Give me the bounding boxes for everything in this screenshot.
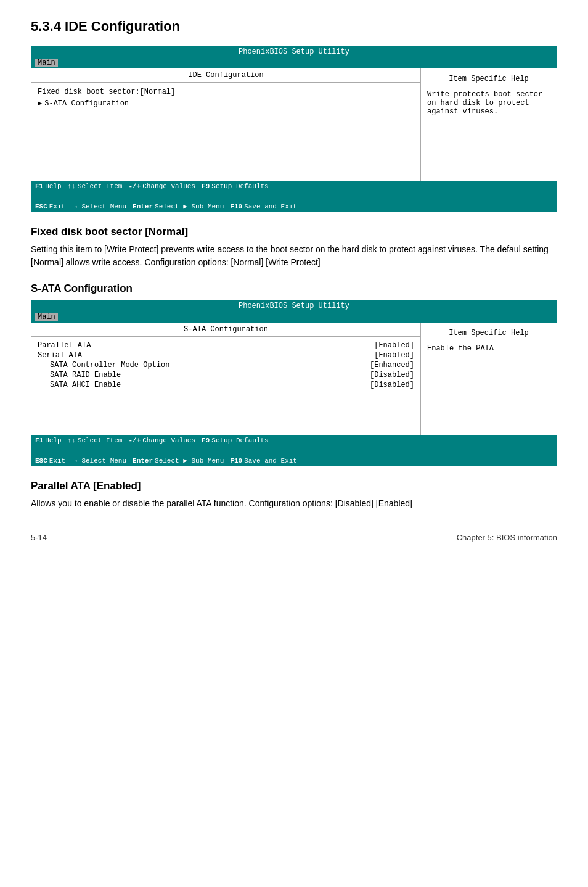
- bios2-item-parallel-ata-value: [Enabled]: [374, 341, 414, 350]
- bios2-item-sata-raid-label: SATA RAID Enable: [38, 371, 121, 379]
- bios2-item-sata-mode-value: [Enhanced]: [370, 361, 414, 369]
- bios2-item-sata-ahci-value: [Disabled]: [370, 381, 414, 389]
- bios1-footer-key-change: -/+: [128, 183, 141, 190]
- bios2-footer-key-arrows: ↑↓: [68, 437, 76, 444]
- page-title: 5.3.4 IDE Configuration: [31, 19, 557, 35]
- bios2-footer-label-save: Save and Exit: [244, 457, 297, 464]
- bios2-item-sata-ahci-label: SATA AHCI Enable: [38, 381, 121, 389]
- bios1-help-text: Write protects boot sector on hard disk …: [427, 86, 550, 116]
- bios2-footer-label-help: Help: [45, 437, 61, 444]
- bios1-item-fixed-disk-label: Fixed disk boot sector:[Normal]: [38, 88, 175, 96]
- bios1-footer-lr: →← Select Menu: [71, 202, 126, 210]
- bios1-footer-key-f10: F10: [230, 203, 242, 210]
- section3-text: Allows you to enable or disable the para…: [31, 497, 557, 510]
- bios2-item-sata-raid[interactable]: SATA RAID Enable [Disabled]: [38, 370, 414, 380]
- bios1-menu-bar: Main: [31, 57, 557, 68]
- bios2-footer-label-defaults: Setup Defaults: [211, 437, 268, 444]
- bios2-footer-label-submenu: Select ▶ Sub-Menu: [155, 456, 224, 464]
- bios2-item-serial-ata-value: [Enabled]: [374, 351, 414, 360]
- bios1-help-panel: Item Specific Help Write protects boot s…: [421, 68, 557, 181]
- bios1-item-sata-label: S-ATA Configuration: [44, 99, 129, 108]
- bios2-footer-label-change: Change Values: [142, 437, 195, 444]
- bios1-help-title: Item Specific Help: [427, 72, 550, 86]
- page-footer: 5-14 Chapter 5: BIOS information: [31, 533, 557, 542]
- bios1-item-fixed-disk[interactable]: Fixed disk boot sector:[Normal]: [38, 86, 414, 97]
- bios1-footer-label-exit: Exit: [49, 203, 65, 210]
- bios2-footer: F1 Help ↑↓ Select Item -/+ Change Values…: [31, 435, 557, 466]
- bios2-item-sata-raid-value: [Disabled]: [370, 371, 414, 379]
- bios2-footer-lr: →← Select Menu: [71, 456, 126, 464]
- bios2-footer-arrows: ↑↓ Select Item: [68, 437, 123, 444]
- bios1-footer-key-f9: F9: [202, 183, 210, 190]
- bios2-help-text: Enable the PATA: [427, 340, 550, 353]
- footer-chapter: Chapter 5: BIOS information: [457, 533, 557, 542]
- bios2-footer-label-select-item: Select Item: [78, 437, 123, 444]
- bios1-footer-f1: F1 Help: [35, 183, 62, 190]
- bios2-main-panel-title: S-ATA Configuration: [31, 323, 420, 337]
- bios2-footer-label-exit: Exit: [49, 457, 65, 464]
- bios2-item-sata-ahci[interactable]: SATA AHCI Enable [Disabled]: [38, 380, 414, 390]
- bios1-footer: F1 Help ↑↓ Select Item -/+ Change Values…: [31, 181, 557, 212]
- bios-screen-1: PhoenixBIOS Setup Utility Main IDE Confi…: [31, 46, 557, 212]
- bios2-item-sata-mode-label: SATA Controller Mode Option: [38, 361, 169, 369]
- section1-text: Setting this item to [Write Protect] pre…: [31, 243, 557, 269]
- bios2-footer-enter: Enter Select ▶ Sub-Menu: [133, 456, 224, 464]
- bios1-footer-esc: ESC Exit: [35, 202, 65, 210]
- bios2-item-parallel-ata-label: Parallel ATA: [38, 341, 91, 350]
- bios2-title-bar: PhoenixBIOS Setup Utility: [31, 300, 557, 311]
- bios2-footer-f10: F10 Save and Exit: [230, 456, 297, 464]
- bios1-title-bar: PhoenixBIOS Setup Utility: [31, 46, 557, 57]
- bios2-footer-label-select-menu: Select Menu: [81, 457, 126, 464]
- bios2-footer-key-enter: Enter: [133, 457, 153, 464]
- bios2-footer-key-lr: →←: [71, 457, 80, 464]
- bios1-footer-label-select-menu: Select Menu: [81, 203, 126, 210]
- bios-screen-2: PhoenixBIOS Setup Utility Main S-ATA Con…: [31, 300, 557, 466]
- bios1-arrow-icon: ▶: [38, 99, 42, 108]
- bios2-item-serial-ata-label: Serial ATA: [38, 351, 82, 360]
- bios2-footer-esc: ESC Exit: [35, 456, 65, 464]
- bios1-footer-key-esc: ESC: [35, 203, 47, 210]
- section1-heading: Fixed disk boot sector [Normal]: [31, 226, 557, 238]
- bios2-help-panel: Item Specific Help Enable the PATA: [421, 323, 557, 435]
- bios2-footer-f9: F9 Setup Defaults: [202, 437, 269, 444]
- bios1-footer-change: -/+ Change Values: [128, 183, 195, 190]
- bios1-item-sata-config[interactable]: ▶S-ATA Configuration: [38, 97, 414, 109]
- footer-page-number: 5-14: [31, 533, 47, 542]
- bios2-menu-bar: Main: [31, 311, 557, 323]
- section2-heading: S-ATA Configuration: [31, 283, 557, 295]
- bios2-footer-key-esc: ESC: [35, 457, 47, 464]
- bios1-footer-label-help: Help: [45, 183, 61, 190]
- bios1-menu-main[interactable]: Main: [35, 59, 58, 67]
- bios2-item-sata-mode[interactable]: SATA Controller Mode Option [Enhanced]: [38, 360, 414, 370]
- bios1-footer-key-enter: Enter: [133, 203, 153, 210]
- bios2-footer-key-f9: F9: [202, 437, 210, 444]
- bios2-footer-key-f10: F10: [230, 457, 242, 464]
- bios2-footer-change: -/+ Change Values: [128, 437, 195, 444]
- bios2-footer-key-change: -/+: [128, 437, 141, 444]
- bios2-footer-key-f1: F1: [35, 437, 43, 444]
- bios2-help-title: Item Specific Help: [427, 326, 550, 340]
- bios1-footer-f9: F9 Setup Defaults: [202, 183, 269, 190]
- bios1-footer-arrows: ↑↓ Select Item: [68, 183, 123, 190]
- bios1-footer-key-arrows: ↑↓: [68, 183, 76, 190]
- bios1-footer-enter: Enter Select ▶ Sub-Menu: [133, 202, 224, 210]
- bios1-footer-label-defaults: Setup Defaults: [211, 183, 268, 190]
- bios1-footer-key-lr: →←: [71, 203, 80, 210]
- bios2-item-parallel-ata[interactable]: Parallel ATA [Enabled]: [38, 340, 414, 350]
- bios2-footer-f1: F1 Help: [35, 437, 62, 444]
- section3-heading: Parallel ATA [Enabled]: [31, 480, 557, 492]
- page-separator: [31, 529, 557, 529]
- bios1-main-panel-title: IDE Configuration: [31, 68, 420, 83]
- bios1-footer-label-select-item: Select Item: [78, 183, 123, 190]
- bios1-footer-label-save: Save and Exit: [244, 203, 297, 210]
- bios1-footer-label-change: Change Values: [142, 183, 195, 190]
- bios2-menu-main[interactable]: Main: [35, 313, 58, 321]
- bios1-footer-label-submenu: Select ▶ Sub-Menu: [155, 202, 224, 210]
- bios1-footer-key-f1: F1: [35, 183, 43, 190]
- bios1-footer-f10: F10 Save and Exit: [230, 202, 297, 210]
- bios2-item-serial-ata[interactable]: Serial ATA [Enabled]: [38, 350, 414, 360]
